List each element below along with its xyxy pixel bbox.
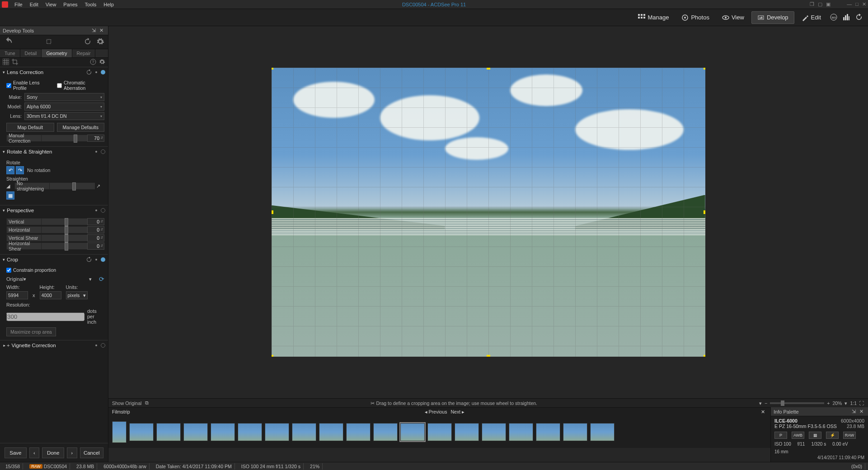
panel-close-icon[interactable]: ✕ xyxy=(98,28,105,33)
tab-geometry[interactable]: Geometry xyxy=(42,49,72,57)
mode-edit[interactable]: Edit xyxy=(796,12,826,23)
menu-tools[interactable]: Tools xyxy=(81,1,100,8)
crop-handle-bl[interactable] xyxy=(272,355,273,357)
filmstrip-thumb[interactable] xyxy=(112,421,127,443)
crop-handle-lm[interactable] xyxy=(272,210,273,214)
enable-lens-dot-icon[interactable] xyxy=(101,70,105,74)
crop-handle-tl[interactable] xyxy=(272,68,273,70)
filmstrip-thumb[interactable] xyxy=(238,423,262,441)
settings-gear-icon[interactable] xyxy=(96,37,104,47)
persp-vshear-slider[interactable] xyxy=(42,234,87,242)
gear-lens-icon[interactable] xyxy=(94,70,99,75)
enable-lens-profile-checkbox[interactable]: Enable Lens Profile xyxy=(6,80,51,91)
crop-handle-br[interactable] xyxy=(704,355,705,357)
mode-refresh-icon[interactable] xyxy=(854,12,864,23)
filmstrip-thumb[interactable] xyxy=(427,423,452,441)
filmstrip-next[interactable]: Next ▸ xyxy=(449,409,466,414)
filmstrip-thumb[interactable] xyxy=(156,423,181,441)
info-pin-icon[interactable]: ⇲ xyxy=(850,409,858,414)
section-head-crop[interactable]: ▾ Crop xyxy=(0,255,108,265)
menu-panes[interactable]: Panes xyxy=(60,1,81,8)
crop-width-input[interactable] xyxy=(6,291,28,299)
help-icon[interactable]: ? xyxy=(90,59,96,66)
canvas-area[interactable] xyxy=(108,26,868,398)
mode-365-icon[interactable]: 365 xyxy=(828,12,839,23)
maximize-crop-button[interactable]: Maximize crop area xyxy=(6,327,56,336)
compare-icon[interactable]: ⧉ xyxy=(145,400,149,406)
straighten-tool-icon[interactable]: ◢ xyxy=(6,183,14,189)
manage-defaults-button[interactable]: Manage Defaults xyxy=(57,123,105,132)
undo-icon[interactable] xyxy=(4,37,14,47)
crop-rotate-icon[interactable]: ⟳ xyxy=(99,275,104,283)
enable-vignette-dot-icon[interactable] xyxy=(101,343,105,348)
gear-vignette-icon[interactable] xyxy=(94,343,99,348)
gear-perspective-icon[interactable] xyxy=(94,208,99,213)
filmstrip-thumb[interactable] xyxy=(590,423,615,441)
menu-file[interactable]: File xyxy=(11,1,26,8)
filmstrip-thumb[interactable] xyxy=(509,423,533,441)
zoom-ratio[interactable]: 1:1 xyxy=(850,400,857,406)
crop-height-input[interactable] xyxy=(40,291,61,299)
mode-view[interactable]: View xyxy=(717,12,750,23)
image-canvas[interactable] xyxy=(272,68,705,357)
grid-icon[interactable] xyxy=(3,59,9,66)
model-select[interactable]: Alpha 6000▾ xyxy=(24,102,104,111)
persp-hshear-slider[interactable] xyxy=(42,242,87,250)
section-head-perspective[interactable]: ▾ Perspective xyxy=(0,205,108,215)
crop-tool-icon[interactable] xyxy=(12,59,18,66)
tab-repair[interactable]: Repair xyxy=(72,49,96,57)
tab-detail[interactable]: Detail xyxy=(20,49,42,57)
filmstrip-thumb-selected[interactable] xyxy=(400,423,425,441)
filmstrip-thumb[interactable] xyxy=(183,423,208,441)
window-maximize-icon[interactable]: ▢ xyxy=(818,1,822,7)
window-restore-icon[interactable]: ❐ xyxy=(810,1,814,7)
reset-all-icon[interactable] xyxy=(84,37,92,47)
make-select[interactable]: Sony▾ xyxy=(24,93,104,101)
zoom-fit-icon[interactable]: ▾ xyxy=(759,400,762,406)
filmstrip-close-icon[interactable]: ✕ xyxy=(759,409,767,414)
reset-crop-icon[interactable] xyxy=(86,257,92,262)
save-button[interactable]: Save xyxy=(5,447,27,458)
tab-tune[interactable]: Tune xyxy=(0,49,20,57)
filmstrip-thumb[interactable] xyxy=(129,423,154,441)
persp-hshear-value[interactable]: 0 xyxy=(87,242,104,250)
manual-correction-value[interactable]: 70 xyxy=(87,135,104,142)
chromatic-aberration-checkbox[interactable]: Chromatic Aberration xyxy=(57,80,104,91)
rotate-left-button[interactable]: ↶ xyxy=(6,166,14,174)
zoom-out-icon[interactable]: − xyxy=(765,400,767,406)
zoom-expand-icon[interactable]: ⛶ xyxy=(859,400,864,406)
filmstrip-thumb[interactable] xyxy=(563,423,587,441)
window-stack-icon[interactable]: ▣ xyxy=(826,1,830,7)
filmstrip-thumb[interactable] xyxy=(346,423,371,441)
zoom-dropdown-icon[interactable]: ▾ xyxy=(845,400,847,406)
zoom-slider[interactable] xyxy=(770,402,824,404)
persp-vertical-value[interactable]: 0 xyxy=(87,218,104,225)
filmstrip-thumb[interactable] xyxy=(373,423,398,441)
section-gear-icon[interactable] xyxy=(99,59,105,66)
prev-image-button[interactable]: ‹ xyxy=(29,447,40,458)
manual-correction-slider[interactable] xyxy=(42,135,87,142)
enable-crop-dot-icon[interactable] xyxy=(101,257,105,262)
window-minimize-icon[interactable]: — xyxy=(847,1,852,7)
crop-preset-more[interactable]: ▾ xyxy=(89,276,97,282)
menu-edit[interactable]: Edit xyxy=(26,1,42,8)
done-button[interactable]: Done xyxy=(42,447,64,458)
filmstrip-thumb[interactable] xyxy=(319,423,343,441)
straighten-commit-icon[interactable]: ▦ xyxy=(6,191,14,200)
reset-lens-icon[interactable] xyxy=(86,70,92,75)
panel-pin-icon[interactable]: ⇲ xyxy=(90,28,98,33)
window-maximize2-icon[interactable]: □ xyxy=(855,1,859,7)
filmstrip-prev[interactable]: ◂ Previous xyxy=(423,409,449,414)
mode-develop[interactable]: Develop xyxy=(751,11,794,24)
enable-perspective-dot-icon[interactable] xyxy=(101,208,105,213)
show-original-button[interactable]: Show Original xyxy=(112,400,141,406)
crop-handle-bm[interactable] xyxy=(487,355,490,357)
crop-handle-tr[interactable] xyxy=(704,68,705,70)
filmstrip-body[interactable] xyxy=(108,416,770,448)
crop-handle-rm[interactable] xyxy=(704,210,705,214)
rotate-view-icon[interactable] xyxy=(45,37,53,47)
mode-photos[interactable]: Photos xyxy=(676,12,714,23)
window-close-icon[interactable]: ✕ xyxy=(862,1,866,7)
mode-manage[interactable]: Manage xyxy=(633,12,674,23)
next-image-button[interactable]: › xyxy=(67,447,77,458)
